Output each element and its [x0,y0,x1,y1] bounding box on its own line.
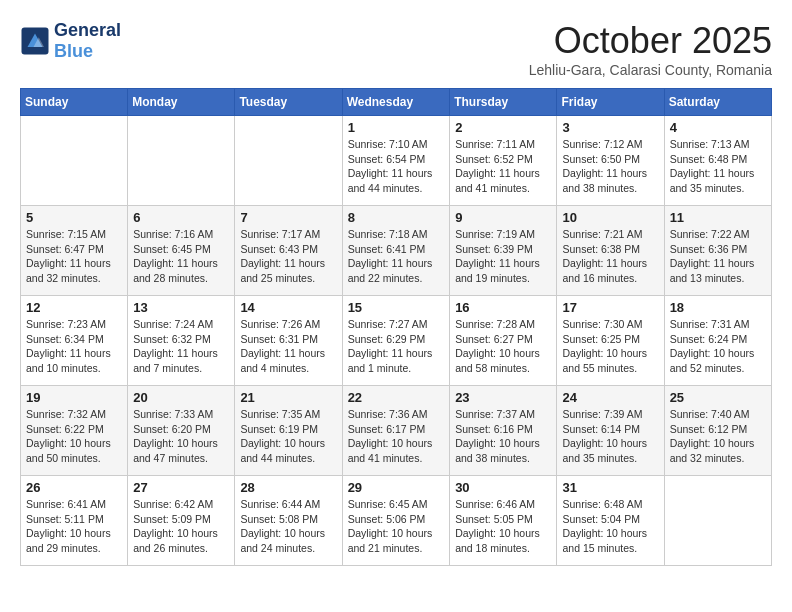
calendar-day-9: 9Sunrise: 7:19 AM Sunset: 6:39 PM Daylig… [450,206,557,296]
day-info: Sunrise: 7:21 AM Sunset: 6:38 PM Dayligh… [562,227,658,286]
day-info: Sunrise: 7:15 AM Sunset: 6:47 PM Dayligh… [26,227,122,286]
day-info: Sunrise: 7:26 AM Sunset: 6:31 PM Dayligh… [240,317,336,376]
calendar-day-7: 7Sunrise: 7:17 AM Sunset: 6:43 PM Daylig… [235,206,342,296]
logo-text: General Blue [54,20,121,62]
day-info: Sunrise: 6:48 AM Sunset: 5:04 PM Dayligh… [562,497,658,556]
day-info: Sunrise: 6:46 AM Sunset: 5:05 PM Dayligh… [455,497,551,556]
day-number: 14 [240,300,336,315]
calendar-day-4: 4Sunrise: 7:13 AM Sunset: 6:48 PM Daylig… [664,116,771,206]
calendar-day-21: 21Sunrise: 7:35 AM Sunset: 6:19 PM Dayli… [235,386,342,476]
day-number: 8 [348,210,445,225]
day-number: 17 [562,300,658,315]
empty-day-cell [21,116,128,206]
day-number: 20 [133,390,229,405]
day-info: Sunrise: 7:30 AM Sunset: 6:25 PM Dayligh… [562,317,658,376]
day-number: 23 [455,390,551,405]
day-info: Sunrise: 7:13 AM Sunset: 6:48 PM Dayligh… [670,137,766,196]
month-title: October 2025 [529,20,772,62]
day-info: Sunrise: 7:19 AM Sunset: 6:39 PM Dayligh… [455,227,551,286]
calendar-day-14: 14Sunrise: 7:26 AM Sunset: 6:31 PM Dayli… [235,296,342,386]
calendar-header-row: SundayMondayTuesdayWednesdayThursdayFrid… [21,89,772,116]
day-info: Sunrise: 7:18 AM Sunset: 6:41 PM Dayligh… [348,227,445,286]
day-info: Sunrise: 7:17 AM Sunset: 6:43 PM Dayligh… [240,227,336,286]
day-number: 27 [133,480,229,495]
calendar-day-20: 20Sunrise: 7:33 AM Sunset: 6:20 PM Dayli… [128,386,235,476]
day-info: Sunrise: 6:45 AM Sunset: 5:06 PM Dayligh… [348,497,445,556]
day-number: 25 [670,390,766,405]
calendar-week-row: 12Sunrise: 7:23 AM Sunset: 6:34 PM Dayli… [21,296,772,386]
day-number: 11 [670,210,766,225]
day-number: 15 [348,300,445,315]
column-header-friday: Friday [557,89,664,116]
calendar-day-6: 6Sunrise: 7:16 AM Sunset: 6:45 PM Daylig… [128,206,235,296]
day-number: 26 [26,480,122,495]
day-info: Sunrise: 7:24 AM Sunset: 6:32 PM Dayligh… [133,317,229,376]
subtitle: Lehliu-Gara, Calarasi County, Romania [529,62,772,78]
day-info: Sunrise: 7:39 AM Sunset: 6:14 PM Dayligh… [562,407,658,466]
logo-icon [20,26,50,56]
day-number: 30 [455,480,551,495]
day-info: Sunrise: 7:35 AM Sunset: 6:19 PM Dayligh… [240,407,336,466]
day-number: 31 [562,480,658,495]
day-info: Sunrise: 6:41 AM Sunset: 5:11 PM Dayligh… [26,497,122,556]
column-header-sunday: Sunday [21,89,128,116]
day-number: 9 [455,210,551,225]
day-number: 6 [133,210,229,225]
day-number: 24 [562,390,658,405]
calendar-day-31: 31Sunrise: 6:48 AM Sunset: 5:04 PM Dayli… [557,476,664,566]
column-header-wednesday: Wednesday [342,89,450,116]
day-number: 4 [670,120,766,135]
header: General Blue October 2025 Lehliu-Gara, C… [20,20,772,78]
day-number: 2 [455,120,551,135]
day-info: Sunrise: 7:16 AM Sunset: 6:45 PM Dayligh… [133,227,229,286]
calendar-week-row: 19Sunrise: 7:32 AM Sunset: 6:22 PM Dayli… [21,386,772,476]
day-info: Sunrise: 7:32 AM Sunset: 6:22 PM Dayligh… [26,407,122,466]
day-number: 1 [348,120,445,135]
calendar-day-17: 17Sunrise: 7:30 AM Sunset: 6:25 PM Dayli… [557,296,664,386]
day-number: 7 [240,210,336,225]
day-info: Sunrise: 7:36 AM Sunset: 6:17 PM Dayligh… [348,407,445,466]
day-info: Sunrise: 7:23 AM Sunset: 6:34 PM Dayligh… [26,317,122,376]
calendar: SundayMondayTuesdayWednesdayThursdayFrid… [20,88,772,566]
day-number: 5 [26,210,122,225]
title-area: October 2025 Lehliu-Gara, Calarasi Count… [529,20,772,78]
calendar-day-27: 27Sunrise: 6:42 AM Sunset: 5:09 PM Dayli… [128,476,235,566]
calendar-day-8: 8Sunrise: 7:18 AM Sunset: 6:41 PM Daylig… [342,206,450,296]
column-header-monday: Monday [128,89,235,116]
day-info: Sunrise: 6:42 AM Sunset: 5:09 PM Dayligh… [133,497,229,556]
calendar-day-28: 28Sunrise: 6:44 AM Sunset: 5:08 PM Dayli… [235,476,342,566]
calendar-day-3: 3Sunrise: 7:12 AM Sunset: 6:50 PM Daylig… [557,116,664,206]
day-number: 12 [26,300,122,315]
calendar-day-5: 5Sunrise: 7:15 AM Sunset: 6:47 PM Daylig… [21,206,128,296]
calendar-day-10: 10Sunrise: 7:21 AM Sunset: 6:38 PM Dayli… [557,206,664,296]
calendar-day-30: 30Sunrise: 6:46 AM Sunset: 5:05 PM Dayli… [450,476,557,566]
column-header-thursday: Thursday [450,89,557,116]
day-info: Sunrise: 7:37 AM Sunset: 6:16 PM Dayligh… [455,407,551,466]
calendar-day-15: 15Sunrise: 7:27 AM Sunset: 6:29 PM Dayli… [342,296,450,386]
calendar-day-11: 11Sunrise: 7:22 AM Sunset: 6:36 PM Dayli… [664,206,771,296]
empty-day-cell [235,116,342,206]
day-info: Sunrise: 6:44 AM Sunset: 5:08 PM Dayligh… [240,497,336,556]
day-number: 18 [670,300,766,315]
calendar-day-12: 12Sunrise: 7:23 AM Sunset: 6:34 PM Dayli… [21,296,128,386]
calendar-day-26: 26Sunrise: 6:41 AM Sunset: 5:11 PM Dayli… [21,476,128,566]
day-number: 22 [348,390,445,405]
calendar-day-24: 24Sunrise: 7:39 AM Sunset: 6:14 PM Dayli… [557,386,664,476]
day-number: 3 [562,120,658,135]
calendar-day-25: 25Sunrise: 7:40 AM Sunset: 6:12 PM Dayli… [664,386,771,476]
day-info: Sunrise: 7:40 AM Sunset: 6:12 PM Dayligh… [670,407,766,466]
column-header-saturday: Saturday [664,89,771,116]
day-info: Sunrise: 7:12 AM Sunset: 6:50 PM Dayligh… [562,137,658,196]
column-header-tuesday: Tuesday [235,89,342,116]
calendar-week-row: 5Sunrise: 7:15 AM Sunset: 6:47 PM Daylig… [21,206,772,296]
empty-day-cell [128,116,235,206]
calendar-week-row: 26Sunrise: 6:41 AM Sunset: 5:11 PM Dayli… [21,476,772,566]
calendar-day-23: 23Sunrise: 7:37 AM Sunset: 6:16 PM Dayli… [450,386,557,476]
day-info: Sunrise: 7:28 AM Sunset: 6:27 PM Dayligh… [455,317,551,376]
calendar-day-16: 16Sunrise: 7:28 AM Sunset: 6:27 PM Dayli… [450,296,557,386]
day-number: 16 [455,300,551,315]
day-info: Sunrise: 7:33 AM Sunset: 6:20 PM Dayligh… [133,407,229,466]
empty-day-cell [664,476,771,566]
logo: General Blue [20,20,121,62]
day-info: Sunrise: 7:31 AM Sunset: 6:24 PM Dayligh… [670,317,766,376]
